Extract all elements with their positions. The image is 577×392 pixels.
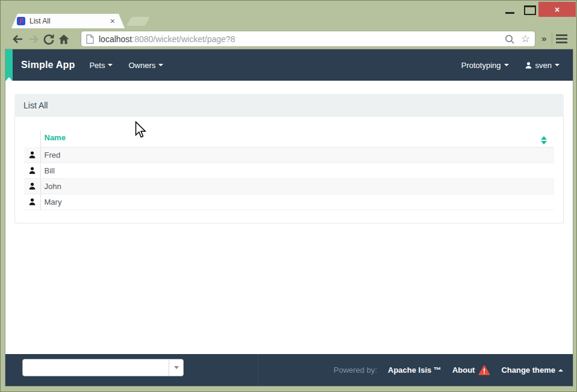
- person-icon: [24, 151, 40, 159]
- person-icon: [24, 182, 40, 190]
- chevron-down-icon: [158, 64, 163, 66]
- results-table: Name Fred: [24, 131, 554, 210]
- reload-icon: [42, 32, 56, 46]
- maximize-icon: [524, 5, 536, 15]
- chevron-up-icon: [558, 369, 563, 372]
- app-footer: Powered by: Apache Isis ™ About Change t…: [5, 354, 573, 386]
- minimize-button[interactable]: [504, 4, 516, 15]
- menu-pets-label: Pets: [89, 61, 105, 70]
- person-icon: [24, 166, 40, 175]
- chrome-menu-icon[interactable]: [556, 34, 567, 43]
- name-column-label: Name: [45, 133, 66, 142]
- menu-owners[interactable]: Owners: [128, 61, 163, 70]
- page-document-icon: [86, 34, 94, 44]
- menu-prototyping[interactable]: Prototyping: [461, 61, 509, 70]
- toolbar-overflow-icon[interactable]: »: [541, 33, 546, 43]
- menu-owners-label: Owners: [128, 61, 155, 70]
- page-viewport: Simple App Pets Owners Prototyping sven: [5, 49, 573, 386]
- menu-pets[interactable]: Pets: [89, 61, 113, 70]
- panel-title: List All: [14, 94, 564, 117]
- list-all-panel: List All Name: [14, 94, 564, 223]
- footer-links: Powered by: Apache Isis ™ About Change t…: [334, 365, 573, 376]
- home-button[interactable]: [57, 32, 71, 46]
- select-dropdown-arrow-icon[interactable]: [169, 359, 183, 376]
- row-name-link[interactable]: Bill: [40, 163, 554, 178]
- close-button[interactable]: ×: [538, 2, 576, 17]
- browser-window: F List All × × localhost: [0, 0, 577, 392]
- about-link[interactable]: About: [452, 365, 491, 376]
- table-row[interactable]: Mary: [24, 194, 554, 210]
- chevron-down-icon: [504, 64, 509, 66]
- chevron-down-icon: [555, 64, 560, 66]
- bookmark-star-icon[interactable]: ☆: [521, 34, 530, 44]
- change-theme-menu[interactable]: Change theme: [501, 366, 563, 375]
- change-theme-label: Change theme: [501, 366, 555, 375]
- menu-prototyping-label: Prototyping: [461, 61, 501, 70]
- url-path: :8080/wicket/wicket/page?8: [132, 34, 235, 44]
- footer-divider: [258, 354, 258, 386]
- reload-button[interactable]: [42, 32, 56, 46]
- table-row[interactable]: Fred: [24, 147, 554, 163]
- about-label: About: [452, 366, 475, 375]
- new-tab-button[interactable]: [126, 17, 150, 26]
- forward-button[interactable]: [27, 32, 41, 46]
- app-brand[interactable]: Simple App: [21, 60, 75, 70]
- address-bar[interactable]: localhost:8080/wicket/wicket/page?8 ☆: [81, 31, 535, 47]
- brand-accent-stripe: [5, 49, 13, 81]
- name-column-header[interactable]: Name: [40, 131, 554, 147]
- back-button[interactable]: [10, 32, 25, 46]
- home-icon: [57, 32, 71, 46]
- url-host: localhost: [99, 34, 132, 44]
- table-row[interactable]: John: [24, 178, 554, 194]
- browser-tab[interactable]: F List All ×: [11, 14, 125, 28]
- apache-isis-link[interactable]: Apache Isis ™: [388, 366, 441, 375]
- theme-select[interactable]: [22, 359, 184, 376]
- maximize-button[interactable]: [524, 5, 536, 15]
- menu-user[interactable]: sven: [525, 61, 560, 70]
- icon-column-header: [24, 131, 40, 147]
- brand-accent-notch: [6, 77, 12, 81]
- table-header-row: Name: [24, 131, 554, 147]
- row-name-link[interactable]: Mary: [40, 194, 554, 210]
- chevron-down-icon: [108, 64, 113, 66]
- url-text[interactable]: localhost:8080/wicket/wicket/page?8: [99, 34, 498, 44]
- forward-arrow-icon: [27, 32, 41, 46]
- row-name-link[interactable]: Fred: [40, 147, 554, 163]
- row-name-link[interactable]: John: [40, 178, 554, 194]
- panel-body: Name Fred: [14, 117, 564, 223]
- warning-icon: [478, 365, 490, 376]
- sort-icon[interactable]: [541, 136, 547, 145]
- navbar-menus-right: Prototyping sven: [461, 61, 573, 70]
- minimize-icon: [505, 12, 514, 14]
- zoom-magnifier-icon[interactable]: [504, 34, 515, 45]
- back-arrow-icon: [10, 32, 25, 46]
- user-icon: [525, 61, 532, 69]
- tab-title: List All: [30, 17, 109, 25]
- powered-by-label: Powered by:: [334, 366, 377, 375]
- favicon-isis-icon: F: [17, 17, 25, 25]
- table-row[interactable]: Bill: [24, 163, 554, 178]
- menu-user-label: sven: [535, 61, 552, 70]
- toolbar-separator: [552, 33, 552, 45]
- person-icon: [24, 198, 40, 206]
- tab-close-icon[interactable]: ×: [109, 16, 116, 26]
- navbar-menus-left: Pets Owners: [89, 61, 163, 70]
- app-navbar: Simple App Pets Owners Prototyping sven: [5, 49, 573, 81]
